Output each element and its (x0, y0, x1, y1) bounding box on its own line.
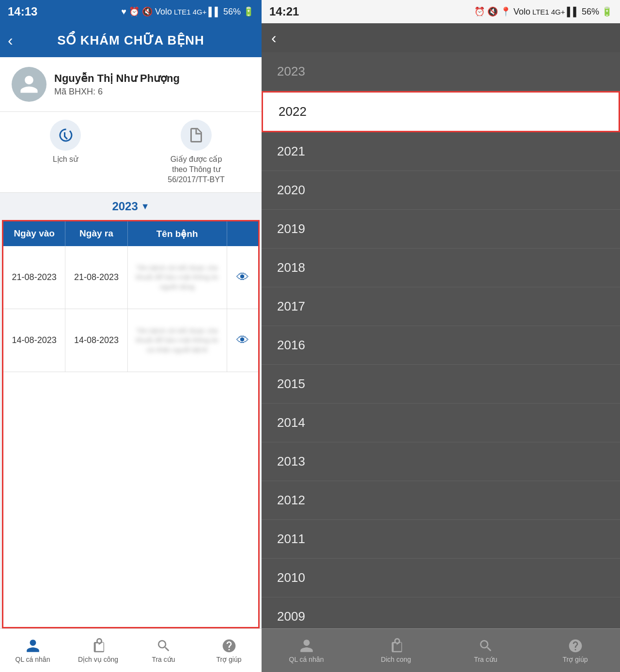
blurred-disease-1: Tên bệnh chi tiết được che khuất để bảo … (132, 264, 223, 292)
year-list-item[interactable]: 2017 (262, 287, 620, 326)
col-entry-date: Ngày vào (3, 221, 65, 246)
right-search-icon (478, 638, 494, 654)
right-panel: 14:21 ⏰ 🔇 📍 Volo LTE1 4G+ ▌▌ 56% 🔋 ‹ 202… (262, 0, 620, 672)
year-list-item[interactable]: 2013 (262, 442, 620, 481)
history-icon (57, 126, 74, 144)
year-list[interactable]: 2023202220212020201920182017201620152014… (262, 52, 620, 628)
page-title-left: SỔ KHÁM CHỮA BỆNH (57, 33, 204, 48)
year-list-item[interactable]: 2011 (262, 520, 620, 559)
year-list-item[interactable]: 2014 (262, 404, 620, 442)
year-list-item[interactable]: 2020 (262, 171, 620, 210)
status-bar-right: 14:21 ⏰ 🔇 📍 Volo LTE1 4G+ ▌▌ 56% 🔋 (262, 0, 620, 23)
back-button-left[interactable]: ‹ (8, 31, 13, 49)
year-list-item[interactable]: 2012 (262, 481, 620, 520)
bottom-nav-right: QL cá nhân Dich cong Tra cứu Trợ giúp (262, 628, 620, 672)
user-section: Nguyễn Thị Như Phượng Mã BHXH: 6 (0, 57, 262, 112)
view-action-2[interactable]: 👁 (227, 309, 258, 372)
user-info: Nguyễn Thị Như Phượng Mã BHXH: 6 (54, 72, 180, 97)
year-list-item[interactable]: 2015 (262, 365, 620, 404)
nav-item-personal[interactable]: QL cá nhân (0, 629, 65, 672)
status-bar-left: 14:13 ♥ ⏰ 🔇 Volo LTE1 4G+ ▌▌ 56% 🔋 (0, 0, 262, 23)
user-icon (25, 638, 41, 654)
right-nav-item-service[interactable]: Dich cong (351, 629, 441, 672)
table-body: 21-08-2023 21-08-2023 Tên bệnh chi tiết … (3, 246, 258, 372)
menu-label-document: Giấy được cấp theo Thông tư 56/2017/TT-B… (167, 155, 225, 185)
avatar-icon (18, 74, 40, 95)
status-icons-left: ♥ ⏰ 🔇 Volo LTE1 4G+ ▌▌ 56% 🔋 (121, 6, 254, 17)
entry-date-2: 14-08-2023 (3, 309, 65, 372)
right-nav-item-help[interactable]: Trợ giúp (530, 629, 620, 672)
selected-year: 2023 (112, 200, 138, 213)
year-list-item[interactable]: 2018 (262, 249, 620, 287)
user-id: Mã BHXH: 6 (54, 87, 180, 97)
year-selector[interactable]: 2023 ▼ (0, 193, 262, 220)
right-service-icon (388, 638, 404, 654)
status-icons-right: ⏰ 🔇 📍 Volo LTE1 4G+ ▌▌ 56% 🔋 (474, 6, 612, 17)
nav-label-personal: QL cá nhân (16, 656, 50, 663)
entry-date-1: 21-08-2023 (3, 246, 65, 309)
blurred-disease-2: Tên bệnh chi tiết được che khuất để bảo … (132, 327, 223, 355)
help-icon (221, 638, 237, 654)
table-row: 21-08-2023 21-08-2023 Tên bệnh chi tiết … (3, 246, 258, 309)
year-list-item[interactable]: 2010 (262, 559, 620, 597)
year-list-item[interactable]: 2019 (262, 210, 620, 249)
col-disease-name: Tên bệnh (128, 221, 227, 246)
bottom-nav-left: QL cá nhân Dịch vụ công Tra cứu Trợ giúp (0, 628, 262, 672)
year-dropdown-button[interactable]: 2023 ▼ (112, 200, 149, 213)
medical-records-table: Ngày vào Ngày ra Tên bệnh 21-08-2023 21-… (2, 220, 260, 628)
right-help-icon (568, 638, 583, 654)
nav-label-search: Tra cứu (152, 656, 175, 663)
table-header: Ngày vào Ngày ra Tên bệnh (3, 221, 258, 246)
nav-label-service: Dịch vụ công (78, 656, 118, 663)
right-nav-label-search: Tra cứu (474, 656, 497, 663)
right-nav-item-personal[interactable]: QL cá nhân (262, 629, 351, 672)
table-row: 14-08-2023 14-08-2023 Tên bệnh chi tiết … (3, 309, 258, 372)
col-action (227, 221, 258, 246)
view-action-1[interactable]: 👁 (227, 246, 258, 309)
time-right: 14:21 (269, 5, 299, 18)
eye-icon-2[interactable]: 👁 (236, 333, 249, 348)
app-header: ‹ SỔ KHÁM CHỮA BỆNH (0, 23, 262, 57)
avatar (12, 67, 46, 102)
time-left: 14:13 (8, 5, 37, 18)
disease-name-1: Tên bệnh chi tiết được che khuất để bảo … (128, 246, 227, 309)
right-user-icon (299, 638, 314, 654)
right-back-row: ‹ (262, 23, 620, 52)
dropdown-arrow-icon: ▼ (141, 202, 150, 212)
document-icon-circle (181, 120, 212, 151)
right-nav-label-personal: QL cá nhân (289, 656, 324, 663)
menu-item-history[interactable]: Lịch sử (0, 120, 131, 185)
exit-date-1: 21-08-2023 (65, 246, 127, 309)
year-list-item[interactable]: 2021 (262, 132, 620, 171)
year-list-item[interactable]: 2016 (262, 326, 620, 365)
service-icon (91, 638, 106, 654)
year-list-item[interactable]: 2009 (262, 597, 620, 628)
year-list-item[interactable]: 2023 (262, 52, 620, 91)
back-button-right[interactable]: ‹ (271, 29, 277, 47)
nav-label-help: Trợ giúp (216, 656, 241, 663)
menu-icons: Lịch sử Giấy được cấp theo Thông tư 56/2… (0, 112, 262, 193)
user-name: Nguyễn Thị Như Phượng (54, 72, 180, 85)
year-list-item[interactable]: 2022 (262, 91, 620, 132)
history-icon-circle (50, 120, 81, 151)
search-icon (156, 638, 171, 654)
right-nav-item-search[interactable]: Tra cứu (441, 629, 530, 672)
nav-item-search[interactable]: Tra cứu (131, 629, 196, 672)
menu-label-history: Lịch sử (53, 155, 78, 165)
nav-item-service[interactable]: Dịch vụ công (65, 629, 131, 672)
exit-date-2: 14-08-2023 (65, 309, 127, 372)
left-panel: 14:13 ♥ ⏰ 🔇 Volo LTE1 4G+ ▌▌ 56% 🔋 ‹ SỔ … (0, 0, 262, 672)
menu-item-document[interactable]: Giấy được cấp theo Thông tư 56/2017/TT-B… (131, 120, 262, 185)
right-nav-label-help: Trợ giúp (562, 656, 588, 663)
eye-icon-1[interactable]: 👁 (236, 270, 249, 285)
document-icon (187, 126, 205, 144)
col-exit-date: Ngày ra (65, 221, 127, 246)
nav-item-help[interactable]: Trợ giúp (196, 629, 262, 672)
right-nav-label-service: Dich cong (381, 656, 411, 663)
disease-name-2: Tên bệnh chi tiết được che khuất để bảo … (128, 309, 227, 372)
